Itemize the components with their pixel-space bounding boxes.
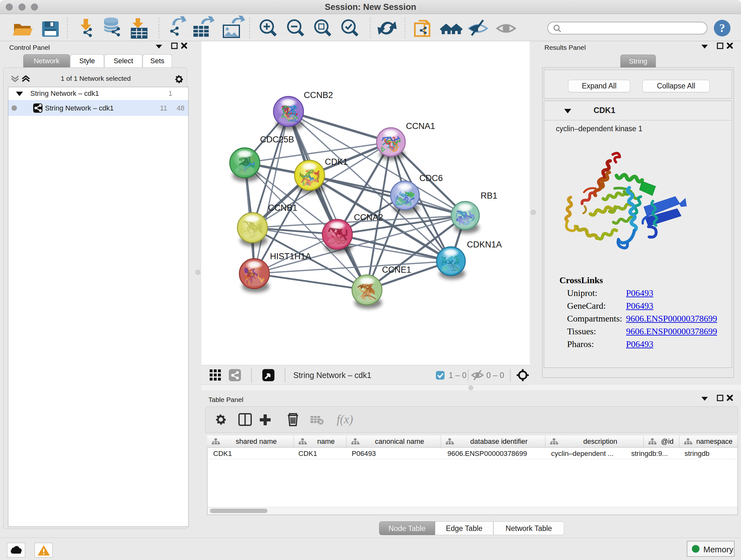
- svg-text:RB1: RB1: [481, 191, 497, 200]
- svg-text:CCNA2: CCNA2: [354, 212, 383, 222]
- svg-text:HIST1H1A: HIST1H1A: [270, 252, 311, 261]
- svg-text:f(x): f(x): [337, 413, 353, 426]
- svg-text:CCNB2: CCNB2: [304, 90, 333, 100]
- svg-text:CDKN1A: CDKN1A: [467, 240, 502, 249]
- svg-text:CDC25B: CDC25B: [260, 135, 294, 144]
- svg-text:CCNA1: CCNA1: [406, 121, 435, 131]
- svg-text:?: ?: [719, 22, 725, 35]
- svg-text:1 – 0: 1 – 0: [449, 371, 467, 380]
- svg-text:CCNB1: CCNB1: [268, 203, 297, 212]
- svg-text:0 – 0: 0 – 0: [486, 371, 504, 380]
- svg-text:CDC6: CDC6: [419, 173, 443, 183]
- svg-text:String Network – cdk1: String Network – cdk1: [293, 371, 372, 380]
- svg-text:CDK1: CDK1: [325, 157, 348, 167]
- svg-text:CCNE1: CCNE1: [382, 265, 411, 274]
